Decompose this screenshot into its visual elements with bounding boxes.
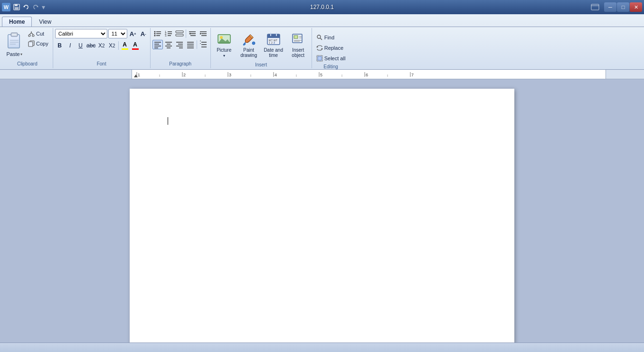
font-label: Font xyxy=(55,60,148,67)
svg-rect-33 xyxy=(176,31,183,33)
bullets-icon xyxy=(153,29,162,38)
list-style-icon xyxy=(175,29,184,38)
svg-rect-2 xyxy=(15,7,19,9)
align-center-button[interactable] xyxy=(163,40,174,49)
underline-button[interactable]: U xyxy=(76,41,85,50)
para-separator1 xyxy=(186,29,186,38)
copy-icon xyxy=(28,40,35,47)
svg-text:7: 7 xyxy=(411,73,414,77)
find-icon xyxy=(316,34,323,41)
font-grow-button[interactable]: A+ xyxy=(128,29,138,38)
clipboard-group-content: Paste ▾ Cut xyxy=(4,29,51,60)
svg-point-21 xyxy=(154,31,155,33)
svg-point-14 xyxy=(28,35,30,37)
svg-text:3: 3 xyxy=(229,73,231,77)
svg-marker-63 xyxy=(200,43,201,44)
svg-point-25 xyxy=(154,35,155,37)
svg-marker-88 xyxy=(316,46,318,47)
undo-quick-button[interactable] xyxy=(22,3,30,11)
find-button[interactable]: Find xyxy=(314,33,337,42)
calendar-icon: MT WT 12 3 xyxy=(266,31,281,46)
paste-button[interactable]: Paste ▾ xyxy=(4,29,25,58)
font-color-button[interactable]: A xyxy=(131,40,140,51)
save-icon xyxy=(13,4,20,10)
ruler-left xyxy=(0,70,132,79)
align-center-icon xyxy=(164,40,173,49)
font-size-select[interactable]: 11 xyxy=(108,29,127,38)
copy-button[interactable]: Copy xyxy=(26,39,51,48)
decrease-indent-icon xyxy=(188,29,197,38)
numbering-button[interactable]: 1. 2. 3. xyxy=(163,29,174,38)
svg-rect-81 xyxy=(294,36,298,38)
align-left-icon xyxy=(153,40,162,49)
paragraph-label: Paragraph xyxy=(152,60,208,67)
document-area[interactable] xyxy=(0,79,644,343)
ruler-right xyxy=(606,70,644,79)
svg-rect-1 xyxy=(15,4,18,6)
minimize-button[interactable]: ─ xyxy=(604,2,616,12)
svg-point-65 xyxy=(220,36,223,39)
paste-icon xyxy=(5,30,23,51)
tab-view[interactable]: View xyxy=(32,17,58,27)
window-title: 127.0.0.1 xyxy=(310,4,334,10)
increase-indent-icon xyxy=(199,29,208,38)
close-button[interactable]: ✕ xyxy=(630,2,642,12)
svg-point-86 xyxy=(317,35,321,38)
text-cursor xyxy=(168,117,168,125)
ruler-doc-area: 1 2 3 4 5 6 7 xyxy=(132,70,606,79)
select-all-icon xyxy=(316,55,323,62)
font-family-select[interactable]: Calibri xyxy=(55,29,107,38)
list-style-button[interactable] xyxy=(174,29,185,38)
tab-home[interactable]: Home xyxy=(2,17,32,27)
line-spacing-icon xyxy=(199,40,208,49)
paint-drawing-button[interactable]: Paint drawing xyxy=(237,29,260,61)
title-bar: W ▾ xyxy=(0,0,644,14)
svg-point-23 xyxy=(154,33,155,35)
document-page[interactable] xyxy=(130,89,514,343)
cut-button[interactable]: Cut xyxy=(26,29,51,38)
redo-icon xyxy=(32,4,39,10)
highlight-color-bar xyxy=(122,48,128,50)
font-shrink-button[interactable]: A- xyxy=(139,29,148,38)
replace-button[interactable]: Replace xyxy=(314,43,346,53)
svg-text:6: 6 xyxy=(366,73,368,77)
undo-icon xyxy=(23,4,29,10)
maximize-button[interactable]: □ xyxy=(617,2,629,12)
ribbon: Home View xyxy=(0,14,644,70)
align-left-button[interactable] xyxy=(152,40,163,49)
superscript-button[interactable]: X2 xyxy=(107,41,117,50)
replace-icon xyxy=(316,45,323,51)
picture-icon xyxy=(217,31,232,46)
line-spacing-button[interactable] xyxy=(198,40,208,49)
align-right-button[interactable] xyxy=(174,40,185,49)
select-all-button[interactable]: Select all xyxy=(314,54,348,63)
svg-marker-89 xyxy=(321,48,323,50)
picture-button[interactable]: Picture ▾ xyxy=(213,29,236,61)
clipboard-group: Paste ▾ Cut xyxy=(2,28,53,68)
insert-object-button[interactable]: Insert object xyxy=(287,29,310,61)
svg-text:3.: 3. xyxy=(165,34,167,37)
bullets-button[interactable] xyxy=(152,29,163,38)
bold-button[interactable]: B xyxy=(55,41,65,50)
decrease-indent-button[interactable] xyxy=(187,29,198,38)
strikethrough-button[interactable]: abc xyxy=(86,41,96,50)
editing-label: Editing xyxy=(314,63,348,70)
clipboard-small-buttons: Cut Copy xyxy=(26,29,51,48)
italic-button[interactable]: I xyxy=(66,41,75,50)
svg-point-15 xyxy=(32,35,34,37)
date-time-button[interactable]: MT WT 12 3 Date and time xyxy=(262,29,285,61)
highlight-color-button[interactable]: A xyxy=(120,40,130,51)
subscript-button[interactable]: X2 xyxy=(97,41,106,50)
scissors-icon xyxy=(28,30,35,37)
redo-quick-button[interactable] xyxy=(31,3,40,11)
svg-rect-20 xyxy=(28,42,33,46)
svg-point-67 xyxy=(252,42,255,45)
editing-group: Find Replace Select al xyxy=(312,28,350,68)
font-group: Calibri 11 A+ A- B I U abc X2 X2 xyxy=(53,28,151,68)
save-quick-button[interactable] xyxy=(12,3,21,11)
increase-indent-button[interactable] xyxy=(198,29,208,38)
title-bar-left: W ▾ xyxy=(2,3,46,11)
justify-button[interactable] xyxy=(185,40,196,49)
align-right-icon xyxy=(175,40,184,49)
para-separator2 xyxy=(197,40,197,49)
